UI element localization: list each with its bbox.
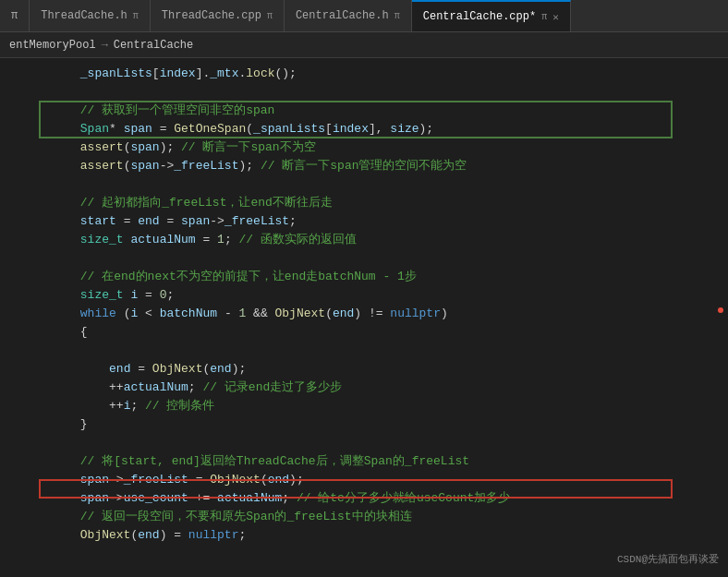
code-line-20: } xyxy=(0,415,728,433)
code-line-10: size_t actualNum = 1; // 函数实际的返回值 xyxy=(0,230,728,248)
tab-centralcache-h-pin: π xyxy=(394,11,400,21)
line-content-26: ObjNext(end) = nullptr; xyxy=(37,514,728,556)
tab-centralcache-cpp[interactable]: CentralCache.cpp* π ✕ xyxy=(412,0,571,31)
code-line-1: _spanLists[index]._mtx.lock(); xyxy=(0,64,728,82)
tab-bar: π ThreadCache.h π ThreadCache.cpp π Cent… xyxy=(0,0,728,32)
tab-threadcache-h-pin: π xyxy=(133,11,139,21)
tab-threadcache-cpp[interactable]: ThreadCache.cpp π xyxy=(151,0,285,31)
breakpoint-dot xyxy=(718,307,723,313)
code-line-26: ObjNext(end) = nullptr; xyxy=(0,525,728,544)
tab-centralcache-h-label: CentralCache.h xyxy=(296,9,389,22)
watermark: CSDN@先搞面包再谈爱 xyxy=(617,552,719,566)
tab-threadcache-h[interactable]: ThreadCache.h π xyxy=(30,0,151,31)
tab-pi[interactable]: π xyxy=(0,0,30,31)
tab-centralcache-h[interactable]: CentralCache.h π xyxy=(285,0,412,31)
code-line-15: { xyxy=(0,322,728,341)
code-line-6: assert(span->_freeList); // 断言一下span管理的空… xyxy=(0,156,728,174)
tab-pi-label: π xyxy=(11,9,18,22)
code-area: _spanLists[index]._mtx.lock(); // 获取到一个管… xyxy=(0,58,728,577)
tab-threadcache-h-label: ThreadCache.h xyxy=(41,9,127,22)
breadcrumb-left[interactable]: entMemoryPool xyxy=(9,39,96,52)
breadcrumb-arrow: → xyxy=(102,39,108,52)
tab-threadcache-cpp-label: ThreadCache.cpp xyxy=(162,9,261,22)
breadcrumb-right[interactable]: CentralCache xyxy=(114,39,193,52)
breadcrumb-bar: entMemoryPool → CentralCache xyxy=(0,32,728,58)
tab-centralcache-cpp-close[interactable]: ✕ xyxy=(552,11,559,23)
tab-threadcache-cpp-pin: π xyxy=(267,11,273,21)
tab-centralcache-cpp-label: CentralCache.cpp* xyxy=(423,10,536,23)
tab-centralcache-cpp-pin: π xyxy=(541,12,547,22)
